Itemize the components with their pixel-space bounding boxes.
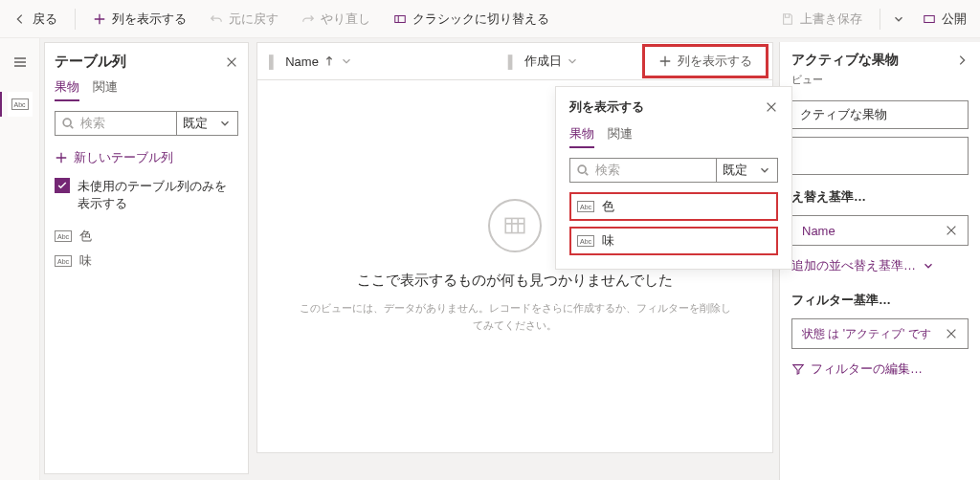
column-header-created[interactable]: 作成日 bbox=[524, 53, 579, 70]
chevron-right-icon[interactable] bbox=[955, 54, 969, 67]
view-name-input[interactable]: クティブな果物 bbox=[791, 100, 969, 129]
flyout-tab-related[interactable]: 関連 bbox=[608, 125, 633, 148]
divider bbox=[880, 9, 880, 30]
save-button[interactable]: 上書き保存 bbox=[775, 7, 868, 32]
column-header-label: Name bbox=[285, 55, 319, 69]
description-input[interactable] bbox=[791, 137, 969, 175]
text-type-icon: Abc bbox=[55, 255, 72, 267]
only-unused-checkbox[interactable] bbox=[55, 178, 70, 193]
add-sort-label: 追加の並べ替え基準… bbox=[791, 257, 916, 274]
flyout-column-label: 味 bbox=[602, 232, 614, 250]
arrow-left-icon bbox=[13, 12, 27, 26]
panel-title: テーブル列 bbox=[55, 53, 126, 71]
undo-button[interactable]: 元に戻す bbox=[204, 7, 284, 32]
close-icon[interactable] bbox=[765, 100, 778, 114]
right-panel-title: アクティブな果物 bbox=[791, 52, 899, 69]
chevron-down-icon[interactable] bbox=[892, 12, 905, 26]
grip-icon: ▌ bbox=[508, 55, 517, 69]
abc-icon: Abc bbox=[11, 98, 29, 110]
chevron-down-icon bbox=[566, 55, 579, 68]
flyout-title: 列を表示する bbox=[569, 98, 644, 116]
empty-grid-icon bbox=[488, 199, 542, 252]
column-item[interactable]: Abc 味 bbox=[55, 249, 238, 273]
flyout-sort-select[interactable]: 既定 bbox=[716, 159, 777, 182]
publish-label: 公開 bbox=[942, 11, 967, 28]
close-icon[interactable] bbox=[945, 224, 958, 237]
search-input[interactable]: 検索 既定 bbox=[55, 111, 238, 136]
right-panel-subtitle: ビュー bbox=[791, 73, 969, 87]
close-icon[interactable] bbox=[225, 55, 238, 69]
publish-icon bbox=[923, 12, 936, 26]
filter-section-label: フィルター基準… bbox=[791, 292, 969, 309]
tab-related[interactable]: 関連 bbox=[93, 78, 118, 101]
new-column-button[interactable]: 新しいテーブル列 bbox=[55, 145, 238, 170]
switch-classic-button[interactable]: クラシックに切り替える bbox=[388, 7, 555, 32]
svg-rect-0 bbox=[395, 15, 406, 22]
add-column-button[interactable]: 列を表示する bbox=[642, 44, 768, 78]
plus-icon bbox=[55, 151, 68, 164]
chevron-down-icon bbox=[922, 259, 935, 273]
redo-icon bbox=[301, 12, 315, 26]
sort-chip[interactable]: Name bbox=[791, 215, 969, 246]
redo-button[interactable]: やり直し bbox=[296, 7, 376, 32]
empty-subtitle: このビューには、データがありません。レコードをさらに作成するか、フィルターを削除… bbox=[296, 300, 734, 334]
column-item-label: 味 bbox=[79, 252, 92, 270]
redo-label: やり直し bbox=[321, 11, 370, 28]
close-icon[interactable] bbox=[945, 327, 958, 340]
flyout-search-input[interactable]: 検索 既定 bbox=[569, 158, 778, 183]
filter-chip-label: 状態 は 'アクティブ' です bbox=[802, 326, 931, 342]
svg-point-4 bbox=[578, 165, 586, 173]
text-type-icon: Abc bbox=[577, 235, 594, 247]
view-name-value: クティブな果物 bbox=[800, 106, 887, 123]
undo-icon bbox=[210, 12, 223, 26]
flyout-column-label: 色 bbox=[602, 198, 614, 215]
plus-icon bbox=[93, 12, 106, 26]
filter-chip[interactable]: 状態 は 'アクティブ' です bbox=[791, 318, 969, 349]
add-sort-button[interactable]: 追加の並べ替え基準… bbox=[791, 253, 969, 278]
search-placeholder: 検索 bbox=[80, 115, 105, 132]
sort-select[interactable]: 既定 bbox=[176, 112, 237, 135]
flyout-search-placeholder: 検索 bbox=[595, 162, 620, 179]
column-header-name[interactable]: Name bbox=[285, 55, 353, 69]
plus-icon bbox=[658, 55, 672, 68]
flyout-column-item[interactable]: Abc 色 bbox=[569, 192, 778, 221]
sort-asc-icon bbox=[323, 55, 336, 68]
edit-filter-label: フィルターの編集… bbox=[811, 360, 923, 378]
flyout-sort-label: 既定 bbox=[723, 162, 747, 179]
hamburger-button[interactable] bbox=[8, 50, 33, 75]
chevron-down-icon bbox=[758, 164, 771, 177]
edit-filter-button[interactable]: フィルターの編集… bbox=[791, 357, 969, 382]
columns-rail-button[interactable]: Abc bbox=[8, 92, 33, 117]
tab-entity[interactable]: 果物 bbox=[55, 78, 79, 101]
chevron-down-icon bbox=[340, 55, 353, 68]
publish-button[interactable]: 公開 bbox=[917, 7, 972, 32]
sort-label: 既定 bbox=[183, 115, 208, 132]
svg-rect-1 bbox=[924, 15, 935, 22]
switch-icon bbox=[393, 12, 407, 26]
back-button[interactable]: 戻る bbox=[8, 7, 63, 32]
flyout-tab-entity[interactable]: 果物 bbox=[569, 125, 594, 148]
sort-chip-label: Name bbox=[802, 224, 835, 238]
column-header-label: 作成日 bbox=[524, 53, 562, 70]
svg-rect-3 bbox=[505, 218, 524, 232]
search-icon bbox=[61, 117, 75, 130]
add-column-label: 列を表示する bbox=[678, 53, 752, 70]
grip-icon: ▌ bbox=[269, 55, 278, 69]
divider bbox=[75, 9, 76, 30]
column-item[interactable]: Abc 色 bbox=[55, 224, 238, 249]
show-columns-label: 列を表示する bbox=[112, 11, 187, 28]
save-label: 上書き保存 bbox=[800, 11, 862, 28]
switch-classic-label: クラシックに切り替える bbox=[412, 11, 549, 28]
filter-icon bbox=[791, 362, 805, 376]
only-unused-label: 未使用のテーブル列のみを表示する bbox=[78, 178, 238, 212]
sort-section-label: え替え基準… bbox=[791, 188, 969, 206]
text-type-icon: Abc bbox=[577, 201, 594, 212]
empty-title: ここで表示するものが何も見つかりませんでした bbox=[357, 270, 673, 292]
chevron-down-icon bbox=[218, 117, 232, 130]
text-type-icon: Abc bbox=[55, 230, 72, 242]
search-icon bbox=[576, 164, 590, 177]
flyout-column-item[interactable]: Abc 味 bbox=[569, 227, 778, 255]
show-columns-button[interactable]: 列を表示する bbox=[87, 7, 192, 32]
column-item-label: 色 bbox=[79, 228, 92, 245]
undo-label: 元に戻す bbox=[229, 11, 278, 28]
